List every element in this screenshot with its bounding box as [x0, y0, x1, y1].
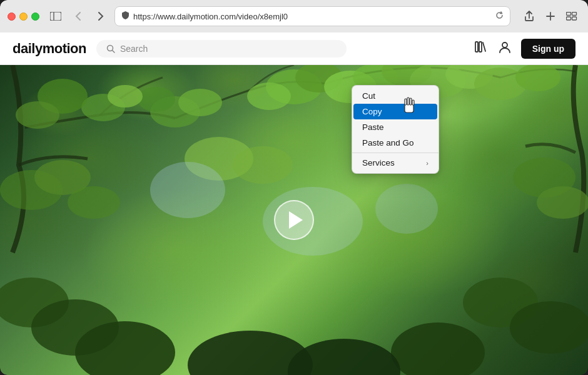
share-button[interactable] — [520, 8, 538, 25]
title-bar: https://www.dailymotion.com/video/x8emjl… — [0, 0, 588, 32]
context-menu-copy[interactable]: Copy — [353, 104, 437, 119]
svg-point-42 — [150, 162, 225, 218]
library-icon[interactable] — [475, 41, 489, 56]
context-menu-services[interactable]: Services › — [353, 155, 437, 171]
context-menu-paste-and-go[interactable]: Paste and Go — [353, 135, 437, 151]
svg-point-29 — [68, 186, 120, 219]
svg-point-37 — [510, 301, 588, 354]
context-menu-separator — [352, 152, 438, 153]
url-text: https://www.dailymotion.com/video/x8emjl… — [133, 12, 492, 21]
svg-point-44 — [375, 184, 438, 234]
play-triangle-icon — [289, 211, 303, 229]
search-placeholder: Search — [120, 44, 148, 54]
search-icon — [106, 44, 115, 53]
search-bar[interactable]: Search — [96, 40, 347, 58]
video-area: Cut Copy Paste Paste and Go Services › — [0, 65, 588, 375]
svg-point-24 — [515, 65, 560, 91]
traffic-lights — [8, 12, 39, 21]
play-button[interactable] — [274, 200, 314, 240]
svg-rect-2 — [567, 12, 571, 16]
context-menu: Cut Copy Paste Paste and Go Services › — [352, 85, 439, 174]
context-menu-paste[interactable]: Paste — [353, 119, 437, 135]
video-background — [0, 65, 588, 375]
maximize-button[interactable] — [31, 12, 39, 21]
svg-rect-8 — [479, 42, 482, 52]
sign-up-button[interactable]: Sign up — [521, 39, 575, 59]
svg-point-16 — [247, 82, 291, 110]
toolbar-right — [520, 8, 580, 25]
svg-point-9 — [502, 42, 507, 48]
svg-rect-3 — [572, 12, 577, 16]
svg-point-11 — [178, 89, 222, 116]
context-menu-cut[interactable]: Cut — [353, 88, 437, 104]
minimize-button[interactable] — [19, 12, 28, 21]
new-tab-button[interactable] — [542, 8, 559, 25]
svg-rect-4 — [567, 17, 571, 20]
paste-and-go-label: Paste and Go — [362, 138, 414, 148]
tabs-overview-button[interactable] — [563, 8, 580, 25]
svg-point-26 — [16, 101, 59, 129]
svg-rect-5 — [572, 17, 577, 20]
svg-point-14 — [108, 85, 143, 108]
copy-label: Copy — [362, 107, 382, 116]
svg-point-12 — [138, 87, 175, 112]
sidebar-toggle-button[interactable] — [47, 8, 64, 25]
nav-right: Sign up — [475, 39, 575, 59]
profile-icon[interactable] — [499, 41, 511, 56]
svg-point-33 — [537, 186, 588, 219]
svg-rect-7 — [475, 42, 478, 52]
security-icon — [121, 11, 129, 22]
submenu-arrow-icon: › — [426, 159, 428, 167]
svg-point-41 — [288, 339, 400, 375]
svg-rect-0 — [50, 12, 61, 21]
browser-window: https://www.dailymotion.com/video/x8emjl… — [0, 0, 588, 375]
close-button[interactable] — [8, 12, 16, 21]
cut-label: Cut — [362, 91, 375, 101]
svg-point-39 — [391, 322, 485, 375]
services-label: Services — [362, 158, 395, 168]
site-logo: dailymotion — [13, 41, 86, 57]
paste-label: Paste — [362, 122, 384, 132]
address-bar[interactable]: https://www.dailymotion.com/video/x8emjl… — [114, 6, 510, 26]
site-navbar: dailymotion Search Sig — [0, 32, 588, 65]
refresh-icon[interactable] — [495, 11, 504, 21]
forward-button[interactable] — [92, 8, 109, 25]
svg-point-31 — [233, 146, 293, 184]
back-button[interactable] — [69, 8, 87, 25]
